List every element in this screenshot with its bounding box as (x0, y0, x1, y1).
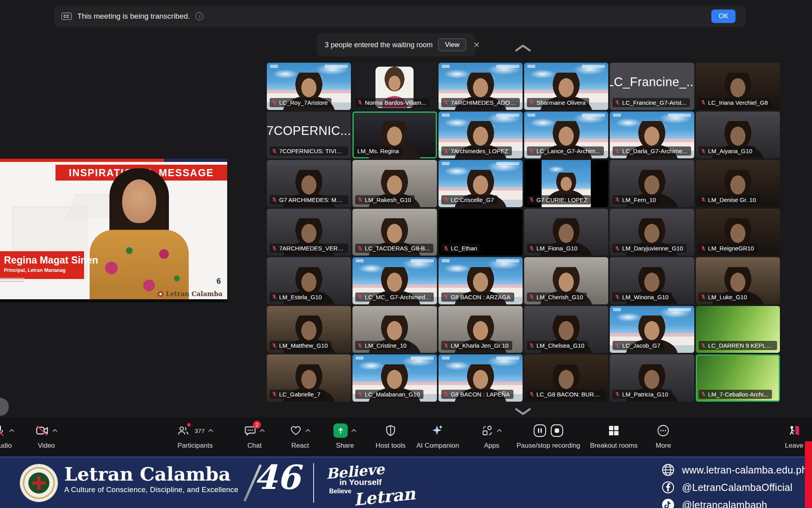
chevron-up-small-icon[interactable] (9, 429, 14, 432)
ai-companion-button[interactable]: AI Companion (416, 423, 459, 450)
video-button[interactable]: Video (35, 423, 57, 450)
participant-tile[interactable]: LC_DARREN 9 KEPLER (696, 306, 780, 353)
participant-tile[interactable]: 7ARCHIMEDES_ADORA (439, 63, 523, 110)
participant-tile[interactable]: LC_Ethan (439, 209, 523, 256)
slide-letran-logo: Letran Calamba (158, 290, 222, 298)
participant-tile[interactable]: LC_Malabanan_G10 (352, 354, 437, 402)
participant-name: LC_TACDERAS_G8-B... (365, 245, 430, 252)
participant-tile[interactable]: LC_Jacob_G7 (610, 306, 694, 353)
muted-mic-icon (529, 100, 534, 105)
video-label: Video (38, 442, 55, 450)
muted-mic-icon (529, 197, 534, 202)
participant-name-label: LM_ReigneGR10 (699, 244, 758, 253)
slide-decorative-lines (0, 278, 25, 282)
muted-mic-icon (529, 294, 534, 300)
participant-tile[interactable]: LM_Daryjuvienne_G10 (610, 209, 694, 256)
participant-name: LC_Roy_7Aristore (279, 99, 328, 106)
muted-mic-icon (272, 100, 277, 105)
chevron-up-small-icon[interactable] (351, 429, 356, 432)
tiktok-link[interactable]: @letrancalambaph (661, 498, 807, 508)
participant-tile[interactable]: LC_Darla_G7-Archime... (610, 112, 694, 159)
ok-button[interactable]: OK (711, 10, 735, 23)
facebook-link[interactable]: @LetranCalambaOfficial (661, 481, 807, 494)
react-label: React (291, 442, 309, 450)
participant-tile[interactable]: LC_Roy_7Aristore (267, 63, 351, 110)
participant-tile[interactable]: LM_Estela_G10 (267, 257, 351, 304)
participant-display-text: 7COPERNIC... (267, 112, 351, 151)
participant-tile[interactable]: LM_Ms. Regina (352, 112, 437, 159)
view-waiting-room-button[interactable]: View (438, 38, 466, 51)
speaker-photo (88, 168, 190, 299)
chevron-up-small-icon[interactable] (52, 429, 57, 432)
host-tools-button[interactable]: Host tools (375, 423, 406, 450)
participant-tile[interactable]: LM_Aiyana_G10 (696, 112, 780, 159)
participant-tile[interactable]: G8 BACON : ARZAGA (439, 257, 523, 304)
react-button[interactable]: React (290, 423, 310, 450)
sparkle-icon (431, 424, 444, 437)
participant-name: LC_Jacob_G7 (622, 342, 660, 349)
chevron-up-small-icon[interactable] (305, 429, 310, 432)
apps-button[interactable]: Apps (481, 423, 502, 450)
participant-tile[interactable]: 7ARCHIMEDES_VERD... (267, 209, 351, 256)
participant-name: LM_Denise Gr. 10 (708, 196, 756, 203)
muted-mic-icon (357, 100, 363, 105)
chevron-up-small-icon[interactable] (497, 429, 502, 432)
muted-mic-icon (529, 246, 534, 251)
participant-name-label: LC_Darla_G7-Archime... (613, 146, 691, 156)
close-icon[interactable]: ✕ (472, 40, 482, 50)
participant-tile[interactable]: LM_7-Ceballos-Archi... (696, 354, 780, 402)
breakout-rooms-button[interactable]: Breakout rooms (590, 423, 638, 450)
website-link[interactable]: www.letran-calamba.edu.ph (661, 463, 807, 477)
participant-tile[interactable]: LC_G8 BACON: BURG... (524, 354, 608, 402)
participant-tile[interactable]: LM_Luke_G10 (696, 257, 780, 304)
participant-tile[interactable]: LM_Cristine_10 (352, 306, 437, 353)
participant-tile[interactable]: LC_Francine_... LC_Francine_G7-Arist... (610, 63, 694, 110)
grid-expand-chevron-icon[interactable] (514, 407, 532, 416)
participant-tile[interactable]: LM_Winona_G10 (610, 257, 694, 304)
participant-tile[interactable]: G7 CURIE: LOPEZ (524, 160, 608, 207)
side-panel-handle[interactable] (0, 398, 9, 416)
participant-tile[interactable]: LM_Fiona_G10 (524, 209, 608, 256)
participant-tile[interactable]: LC_Lance_G7-Archim... (524, 112, 608, 159)
participant-name-label: G7 ARCHIMEDES: MA... (270, 195, 348, 204)
stop-recording-icon[interactable] (550, 424, 564, 437)
participant-tile[interactable]: LC_Gabrielle_7 (267, 354, 351, 402)
more-button[interactable]: More (656, 423, 671, 450)
pause-recording-icon[interactable] (533, 424, 547, 437)
participant-tile[interactable]: Norma Bardos-Villam... (352, 63, 437, 110)
participant-tile[interactable]: LM_Fern_10 (610, 160, 694, 207)
participants-button[interactable]: 377 Participants (177, 423, 213, 450)
participant-tile[interactable]: LC_Iriana Verchiel_G8 (696, 63, 780, 110)
participant-tile[interactable]: LM_Rakesh_G10 (352, 160, 437, 207)
participant-tile[interactable]: 7COPERNIC... 7COPERNICUS: TIVID... (267, 112, 351, 159)
participant-tile[interactable]: Sharmaine Olivera (524, 63, 608, 110)
recording-controls-button[interactable]: Pause/stop recording (517, 423, 580, 450)
chevron-up-small-icon[interactable] (208, 429, 213, 432)
participant-tile[interactable]: LM_Denise Gr. 10 (696, 160, 780, 207)
chevron-up-small-icon[interactable] (260, 429, 265, 432)
muted-mic-icon (272, 246, 277, 251)
participant-tile[interactable]: LM_Patricia_G10 (610, 354, 694, 402)
participant-tile[interactable]: LM_Cherish_G10 (524, 257, 608, 304)
info-icon[interactable]: i (195, 12, 203, 20)
participant-tile[interactable]: LC_TACDERAS_G8-B... (352, 209, 437, 256)
leave-button[interactable]: Leave (785, 423, 803, 450)
share-button[interactable]: Share (333, 423, 356, 450)
participant-tile[interactable]: G8 BACON : LAPEÑA (439, 354, 523, 402)
participant-tile[interactable]: LM_Chelsea_G10 (524, 306, 608, 353)
grid-collapse-chevron-icon[interactable] (514, 44, 532, 52)
participant-name: LC_Gabrielle_7 (279, 391, 320, 398)
audio-button[interactable]: Audio (0, 423, 14, 450)
participant-tile[interactable]: 7Archimedes_LOPEZ (439, 112, 523, 159)
participant-tile[interactable]: LM_Kharla Jen_Gr.10 (439, 306, 523, 353)
participant-tile[interactable]: LM_ReigneGR10 (696, 209, 780, 256)
participant-tile[interactable]: G7 ARCHIMEDES: MA... (267, 160, 351, 207)
chat-button[interactable]: 2 Chat (244, 423, 265, 450)
muted-mic-icon (615, 294, 620, 300)
participant-tile[interactable]: LM_Matthew_G10 (267, 306, 351, 353)
participant-name-label: LC_Francine_G7-Arist... (613, 98, 690, 107)
participant-name: LM_7-Ceballos-Archi... (708, 391, 769, 398)
participant-video-grid: LC_Roy_7Aristore Norma Bardos-Villam... (267, 63, 780, 402)
participant-tile[interactable]: LC_MC_ G7-Archimed... (352, 257, 437, 304)
participant-tile[interactable]: LC:Criscelle_G7 (439, 160, 523, 207)
